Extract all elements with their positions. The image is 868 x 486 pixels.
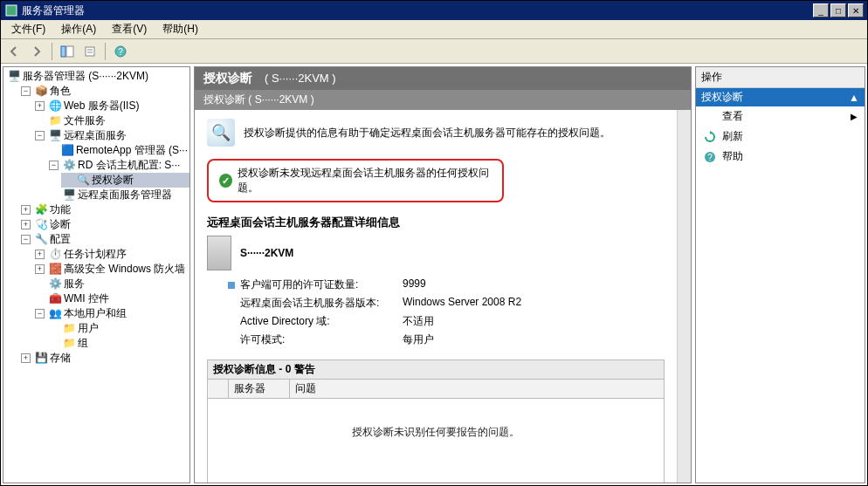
diag-thead: 服务器 问题 [208,380,664,399]
action-view[interactable]: 查看 ▶ [696,106,865,127]
tree-rdsh-config[interactable]: − ⚙️ RD 会话主机配置: S··· [47,158,189,173]
expand-icon[interactable]: + [35,101,45,111]
back-button[interactable] [4,42,24,61]
config-folder-icon: 🔧 [34,233,48,247]
tree-diagnostics[interactable]: + 🩺 诊断 [19,217,189,232]
content-host: ( S······2KVM ) [265,72,336,85]
menu-help[interactable]: 帮助(H) [155,20,205,38]
back-arrow-icon [8,45,20,58]
collapse-icon[interactable]: − [35,309,45,318]
tree-label: 服务 [64,277,85,291]
clock-icon: ⏱️ [48,248,62,262]
tree-firewall[interactable]: + 🧱 高级安全 Windows 防火墙 [33,262,189,277]
kv-mode-val: 每用户 [403,332,665,347]
tree-task-scheduler[interactable]: + ⏱️ 任务计划程序 [33,247,189,262]
tree-label: 远程桌面服务管理器 [78,188,172,202]
maximize-button[interactable]: □ [830,3,846,17]
toolbar-separator [52,43,52,60]
tree-label: 任务计划程序 [64,247,127,262]
tree-config[interactable]: − 🔧 配置 [19,232,189,247]
actions-pane: 操作 授权诊断 ▲ 查看 ▶ 刷新 ? 帮助 [695,66,865,483]
minimize-button[interactable]: _ [813,3,829,17]
tree-licensing-diagnosis[interactable]: 🔍 授权诊断 [61,173,189,188]
tree-label: 存储 [50,351,71,366]
toolbar: ? [1,39,867,64]
tree-label: 诊断 [50,217,71,232]
tree-label: 组 [78,336,88,351]
expand-icon[interactable]: + [21,205,31,215]
svg-rect-0 [6,5,17,16]
kv-ad-val: 不适用 [403,314,665,329]
action-refresh[interactable]: 刷新 [696,127,865,147]
tree-features[interactable]: + 🧩 功能 [19,202,189,217]
tree-pane[interactable]: 🖥️ 服务器管理器 (S······2KVM) − 📦 角色 [3,66,190,483]
tree-web-server[interactable]: + 🌐 Web 服务器(IIS) [33,99,189,113]
ok-check-icon: ✓ [219,174,232,188]
diag-col-server[interactable]: 服务器 [229,380,290,398]
tree-wmi[interactable]: 🧰 WMI 控件 [33,291,189,306]
close-button[interactable]: ✕ [848,3,864,17]
actions-section-label: 授权诊断 [701,90,743,105]
tree-label: 文件服务 [64,113,106,128]
help-button[interactable]: ? [111,42,130,61]
forward-button[interactable] [27,42,46,61]
action-help[interactable]: ? 帮助 [696,147,865,167]
server-icon: 🖥️ [7,70,21,84]
vertical-scrollbar[interactable] [677,110,691,483]
diag-icon: 🔍 [76,174,90,188]
svg-text:?: ? [707,153,713,162]
show-hide-tree-button[interactable] [58,42,77,61]
tree-file-service[interactable]: 📁 文件服务 [33,113,189,128]
expand-icon[interactable]: + [21,353,31,363]
tree-remoteapp[interactable]: 🟦 RemoteApp 管理器 (S··· [47,143,189,158]
action-label: 刷新 [722,129,743,144]
tree-services[interactable]: ⚙️ 服务 [33,277,189,291]
diag-col-issue[interactable]: 问题 [290,380,664,398]
menu-view[interactable]: 查看(V) [105,20,154,38]
collapse-icon[interactable]: − [35,131,45,140]
expand-icon[interactable]: + [35,264,45,274]
tree-roles[interactable]: − 📦 角色 [19,84,189,99]
tree-users[interactable]: 📁 用户 [47,321,189,336]
tree-label: 服务器管理器 (S······2KVM) [23,69,148,84]
refresh-icon [703,130,717,144]
kv-license-count-val: 9999 [403,277,665,292]
tree-storage[interactable]: + 💾 存储 [19,351,189,366]
blank-icon [703,110,717,124]
expand-icon[interactable]: + [21,220,31,229]
tree-groups[interactable]: 📁 组 [47,336,189,351]
content-title: 授权诊断 [203,71,252,86]
iis-icon: 🌐 [48,99,62,113]
tree-label: 授权诊断 [92,173,134,188]
manager-icon: 🖥️ [62,188,76,202]
svg-text:?: ? [118,47,123,57]
actions-section-header[interactable]: 授权诊断 ▲ [696,88,865,106]
menu-bar: 文件(F) 操作(A) 查看(V) 帮助(H) [1,20,867,39]
status-text: 授权诊断未发现远程桌面会话主机服务器的任何授权问题。 [238,166,492,195]
tree-label: RemoteApp 管理器 (S··· [76,143,188,158]
properties-button[interactable] [80,42,100,61]
tree-root[interactable]: 🖥️ 服务器管理器 (S······2KVM) [5,69,189,84]
diag-col-icon[interactable] [208,380,229,398]
menu-action[interactable]: 操作(A) [54,20,103,38]
collapse-icon[interactable]: − [49,161,59,170]
tree-label: RD 会话主机配置: S··· [78,158,180,173]
users-icon: 👥 [48,307,62,321]
collapse-icon[interactable]: − [21,235,31,244]
tree-rds[interactable]: − 🖥️ 远程桌面服务 [33,128,189,143]
expand-icon[interactable]: + [35,250,45,259]
menu-file[interactable]: 文件(F) [4,20,52,38]
collapse-icon[interactable]: − [21,86,31,96]
forward-arrow-icon [31,45,43,58]
server-tower-icon [207,236,231,270]
tree-label: 本地用户和组 [64,306,127,321]
file-icon: 📁 [48,114,62,128]
tree-rds-manager[interactable]: 🖥️ 远程桌面服务管理器 [47,188,189,202]
diag-table[interactable]: 服务器 问题 授权诊断未识别任何要报告的问题。 [207,380,665,483]
kv-version-val: Windows Server 2008 R2 [403,296,665,311]
window-title: 服务器管理器 [22,3,85,18]
tree-local-users[interactable]: − 👥 本地用户和组 [33,306,189,321]
tree-label: WMI 控件 [64,291,109,306]
tree-label: Web 服务器(IIS) [64,99,139,113]
action-label: 帮助 [722,149,743,164]
